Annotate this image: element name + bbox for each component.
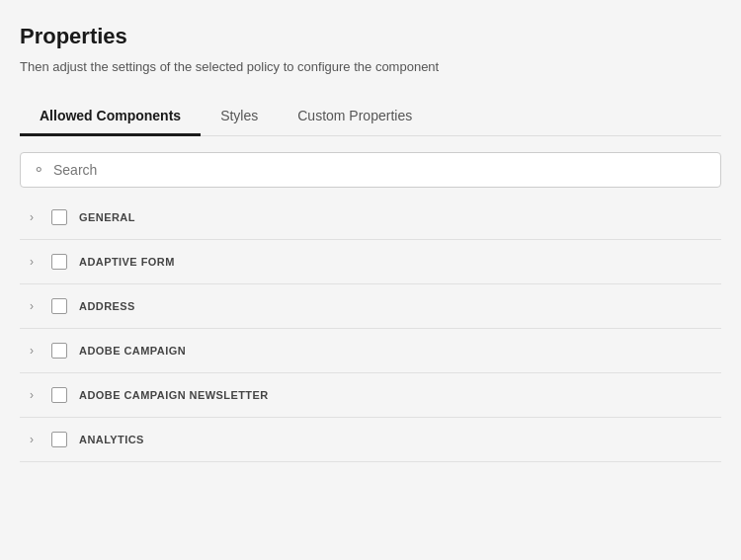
list-item: › GENERAL [20, 196, 721, 240]
page-title: Properties [20, 24, 721, 49]
item-label-general: GENERAL [79, 211, 135, 223]
checkbox-adobe-campaign[interactable] [51, 343, 67, 359]
page-subtitle: Then adjust the settings of the selected… [20, 59, 721, 74]
checkbox-general[interactable] [51, 209, 67, 225]
chevron-right-icon[interactable]: › [24, 344, 40, 358]
search-icon: ⚬ [33, 161, 45, 179]
item-label-adaptive-form: ADAPTIVE FORM [79, 256, 175, 268]
checkbox-address[interactable] [51, 298, 67, 314]
tab-styles[interactable]: Styles [201, 98, 278, 136]
list-item: › ADDRESS [20, 284, 721, 329]
list-item: › ANALYTICS [20, 418, 721, 462]
chevron-right-icon[interactable]: › [24, 210, 40, 224]
checkbox-adaptive-form[interactable] [51, 254, 67, 270]
search-input[interactable] [53, 162, 708, 178]
chevron-right-icon[interactable]: › [24, 433, 40, 446]
tab-allowed-components[interactable]: Allowed Components [20, 98, 201, 136]
checkbox-analytics[interactable] [51, 432, 67, 447]
tab-custom-properties[interactable]: Custom Properties [278, 98, 432, 136]
component-list: › GENERAL › ADAPTIVE FORM › ADDRESS › AD… [20, 196, 721, 462]
list-item: › ADOBE CAMPAIGN NEWSLETTER [20, 373, 721, 418]
item-label-address: ADDRESS [79, 300, 135, 312]
chevron-right-icon[interactable]: › [24, 388, 40, 402]
search-bar: ⚬ [20, 152, 721, 188]
item-label-adobe-campaign-newsletter: ADOBE CAMPAIGN NEWSLETTER [79, 389, 269, 401]
chevron-right-icon[interactable]: › [24, 255, 40, 269]
item-label-analytics: ANALYTICS [79, 434, 144, 445]
list-item: › ADAPTIVE FORM [20, 240, 721, 284]
tab-bar: Allowed Components Styles Custom Propert… [20, 98, 721, 136]
item-label-adobe-campaign: ADOBE CAMPAIGN [79, 345, 186, 357]
checkbox-adobe-campaign-newsletter[interactable] [51, 387, 67, 403]
properties-panel: Properties Then adjust the settings of t… [0, 0, 741, 560]
list-item: › ADOBE CAMPAIGN [20, 329, 721, 373]
chevron-right-icon[interactable]: › [24, 299, 40, 313]
